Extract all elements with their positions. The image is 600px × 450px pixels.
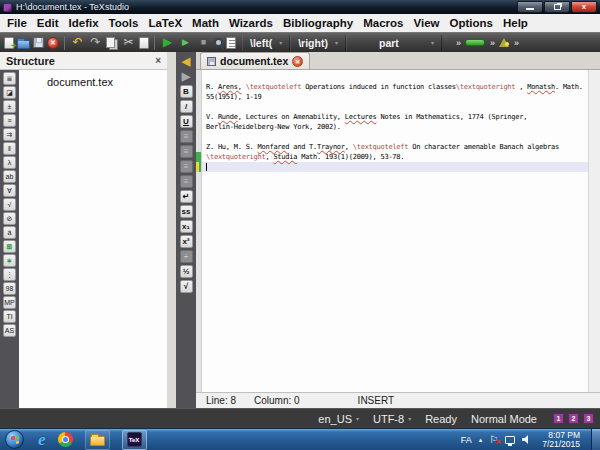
editor-text[interactable]: R. Arens, \textquoteleft Operations indu… (202, 70, 588, 392)
goto-next-icon[interactable]: ▶ (180, 70, 193, 83)
symbols-misc-icon[interactable]: ⊘ (3, 212, 16, 225)
symbols-star-icon[interactable]: ∗ (3, 254, 16, 267)
symbols-dots-icon[interactable]: ⋮ (3, 268, 16, 281)
start-button[interactable] (5, 430, 24, 449)
internet-explorer-icon[interactable]: e (38, 431, 46, 449)
language-selector[interactable]: en_US ▾ (318, 413, 359, 425)
align-justify-icon[interactable]: ≡ (180, 175, 193, 188)
tray-language-indicator[interactable]: FA (461, 435, 472, 445)
view-pdf-icon[interactable] (214, 38, 223, 47)
editor-line[interactable]: 55(1951), 1-19 (202, 92, 588, 102)
viewer-panel-toggle-3[interactable]: 3 (583, 413, 594, 424)
menu-latex[interactable]: LaTeX (143, 14, 187, 32)
triangle-icon[interactable] (499, 38, 509, 47)
tab-close-icon[interactable]: ✕ (292, 56, 303, 67)
underline-icon[interactable]: U (180, 115, 193, 128)
encoding-selector[interactable]: UTF-8 ▾ (373, 413, 411, 425)
symbols-table-icon[interactable]: ⊞ (3, 240, 16, 253)
tab-document[interactable]: document.tex ✕ (200, 52, 310, 69)
stop-icon[interactable]: ■ (196, 35, 211, 50)
view-log-icon[interactable] (226, 37, 236, 49)
viewer-panel-toggle-1[interactable]: 1 (553, 413, 564, 424)
editor-line[interactable]: Berlin-Heidelberg-New York, 2002). (202, 122, 588, 132)
menu-help[interactable]: Help (498, 14, 533, 32)
align-center-icon[interactable]: ≡ (180, 145, 193, 158)
structure-close-icon[interactable]: × (155, 55, 161, 66)
symbols-group-mp-icon[interactable]: MP (3, 296, 16, 309)
symbols-operators-icon[interactable]: ± (3, 100, 16, 113)
editor-scrollbar[interactable] (588, 70, 600, 392)
tray-hidden-icons-chevron[interactable]: ▴ (479, 436, 483, 444)
align-left-icon[interactable]: ≡ (180, 130, 193, 143)
cut-icon[interactable]: ✂ (121, 35, 136, 50)
editor-line[interactable] (202, 162, 588, 172)
menu-tools[interactable]: Tools (104, 14, 144, 32)
align-right-icon[interactable]: ≡ (180, 160, 193, 173)
viewer-panel-toggle-2[interactable]: 2 (568, 413, 579, 424)
subscript-icon[interactable]: x₁ (180, 220, 193, 233)
bookmarks-tab-icon[interactable]: ◪ (3, 86, 16, 99)
close-button[interactable]: x (571, 1, 597, 13)
minimize-button[interactable] (517, 1, 543, 13)
new-file-icon[interactable]: + (4, 37, 14, 49)
editor-line[interactable]: \textquoteright, Studia Math. 193(1)(200… (202, 152, 588, 162)
menu-macros[interactable]: Macros (358, 14, 408, 32)
network-icon[interactable] (505, 436, 515, 444)
chrome-icon[interactable] (58, 432, 73, 447)
goto-previous-icon[interactable]: ◀ (180, 55, 193, 68)
open-file-icon[interactable] (17, 40, 30, 49)
menu-bibliography[interactable]: Bibliography (278, 14, 358, 32)
editor-line[interactable] (202, 102, 588, 112)
combo-left-delimiter[interactable]: \left(▾ (242, 35, 290, 51)
menu-options[interactable]: Options (444, 14, 497, 32)
sqrt-icon[interactable]: √ (180, 280, 193, 293)
divide-icon[interactable]: ÷ (180, 250, 193, 263)
smallcaps-icon[interactable]: ss (180, 205, 193, 218)
combo-sectioning[interactable]: part▾ (346, 35, 442, 51)
toolbar-overflow-2[interactable]: » (490, 38, 494, 48)
copy-icon[interactable] (106, 37, 115, 48)
menu-math[interactable]: Math (187, 14, 224, 32)
panel-splitter[interactable] (167, 52, 176, 408)
menu-file[interactable]: File (2, 14, 32, 32)
symbols-delimiters-icon[interactable]: ‖ (3, 142, 16, 155)
symbols-group-98-icon[interactable]: 98 (3, 282, 16, 295)
menu-wizards[interactable]: Wizards (224, 14, 278, 32)
toolbar-overflow-1[interactable]: » (456, 38, 460, 48)
symbols-accents-icon[interactable]: á (3, 226, 16, 239)
structure-item-document[interactable]: document.tex (19, 70, 167, 88)
editor-line[interactable]: V. Runde, Lectures on Amenability, Lectu… (202, 112, 588, 122)
menu-edit[interactable]: Edit (32, 14, 64, 32)
editor-area[interactable]: R. Arens, \textquoteleft Operations indu… (196, 70, 600, 392)
restore-button[interactable] (544, 1, 570, 13)
italic-icon[interactable]: / (180, 100, 193, 113)
close-document-icon[interactable]: ✕ (47, 37, 59, 49)
symbols-text-icon[interactable]: ab (3, 170, 16, 183)
save-file-icon[interactable] (33, 37, 44, 48)
action-center-flag-icon[interactable]: ⚐✕ (489, 435, 498, 445)
structure-tab-icon[interactable]: ≣ (3, 72, 16, 85)
editor-line[interactable]: Z. Hu, M. S. Monfared and T.Traynor, \te… (202, 142, 588, 152)
editor-line[interactable]: R. Arens, \textquoteleft Operations indu… (202, 82, 588, 92)
menu-idefix[interactable]: Idefix (64, 14, 104, 32)
toolbar-overflow-3[interactable]: » (514, 38, 518, 48)
compile-icon[interactable]: ▶ (178, 35, 193, 50)
fraction-icon[interactable]: ½ (180, 265, 193, 278)
hrule-icon[interactable] (465, 39, 485, 46)
clock[interactable]: 8:07 PM 7/21/2015 (542, 431, 580, 449)
speaker-icon[interactable] (522, 435, 531, 444)
newline-icon[interactable]: ↵ (180, 190, 193, 203)
show-desktop-button[interactable] (591, 429, 600, 450)
symbols-math-icon[interactable]: √ (3, 198, 16, 211)
build-view-icon[interactable]: ▶ (160, 35, 175, 50)
symbols-group-ti-icon[interactable]: TI (3, 310, 16, 323)
menu-view[interactable]: View (408, 14, 444, 32)
combo-right-delimiter[interactable]: \right)▾ (290, 35, 346, 51)
explorer-taskbar-button[interactable] (85, 430, 110, 450)
redo-icon[interactable]: ↷ (88, 35, 103, 50)
texstudio-taskbar-button[interactable]: TeX (122, 430, 147, 450)
symbols-greek-icon[interactable]: λ (3, 156, 16, 169)
symbols-arrows-icon[interactable]: ⇉ (3, 128, 16, 141)
bold-icon[interactable]: B (180, 85, 193, 98)
symbols-relations-icon[interactable]: ≡ (3, 114, 16, 127)
